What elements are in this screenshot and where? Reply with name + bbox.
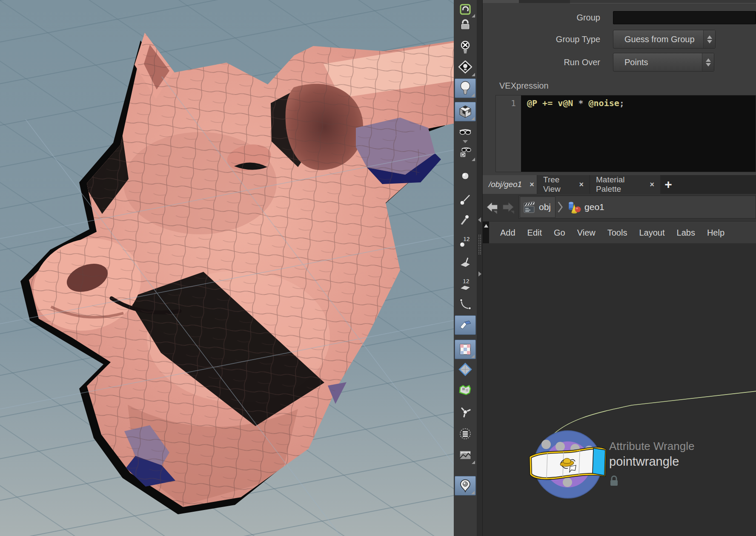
- visualizers-glasses-icon[interactable]: [455, 123, 476, 142]
- forward-icon[interactable]: [501, 200, 515, 214]
- point-trails-icon[interactable]: [455, 190, 476, 209]
- divider-drag-handle[interactable]: [478, 234, 481, 255]
- group-list-icon[interactable]: [455, 424, 476, 444]
- vexpression-label: VEXpression: [499, 81, 549, 91]
- houdini-window: 12 12 Group Group Type Guess from Group: [0, 0, 756, 536]
- path-field[interactable]: obj geo1: [518, 196, 756, 219]
- menu-add[interactable]: Add: [494, 222, 521, 244]
- code-token: ;: [619, 98, 624, 108]
- viewport-3d[interactable]: [0, 0, 454, 536]
- light-diamond-icon[interactable]: [455, 58, 476, 77]
- profiles-icon[interactable]: [455, 295, 476, 314]
- run-over-value: Points: [613, 58, 702, 67]
- node-badge-banner: [530, 448, 605, 478]
- path-bar: obj geo1: [483, 194, 756, 221]
- prim-numbers-icon[interactable]: 12: [455, 274, 476, 294]
- shaded-normals-icon[interactable]: [455, 315, 476, 335]
- new-tab-button[interactable]: +: [661, 175, 676, 194]
- editor-line-number: 1: [496, 95, 521, 172]
- collapse-left-arrow-icon[interactable]: [478, 217, 481, 222]
- point-normals-icon[interactable]: [455, 402, 476, 422]
- breadcrumb-node-label: geo1: [584, 202, 604, 212]
- tab-label: /obj/geo1: [489, 180, 522, 189]
- svg-text:12: 12: [463, 278, 470, 285]
- back-icon[interactable]: [485, 200, 499, 214]
- run-over-dropdown[interactable]: Points: [613, 53, 714, 72]
- lock-icon[interactable]: [455, 15, 476, 35]
- group-type-value: Guess from Group: [613, 35, 703, 44]
- tab-obj-geo1[interactable]: /obj/geo1 ×: [483, 175, 537, 194]
- obj-manager-icon: [523, 200, 536, 214]
- headlight-off-icon[interactable]: [455, 37, 476, 57]
- breadcrumb-geo1[interactable]: geo1: [563, 197, 609, 217]
- pane-divider[interactable]: [477, 0, 483, 536]
- pane-tab-sliver-rest: [570, 0, 756, 3]
- node-output-dot: [563, 478, 572, 487]
- svg-text:12: 12: [463, 236, 470, 242]
- display-points-icon[interactable]: [455, 167, 476, 187]
- menu-labs[interactable]: Labs: [671, 222, 701, 244]
- code-token: @P += v@N: [527, 98, 578, 108]
- tab-label: Material Palette: [596, 175, 642, 194]
- vexpression-editor[interactable]: 1 @P += v@N * @noise;: [495, 95, 756, 172]
- group-type-spinner[interactable]: [703, 30, 715, 48]
- menu-edit[interactable]: Edit: [521, 222, 548, 244]
- group-label: Group: [483, 11, 600, 24]
- view-location-pin-icon[interactable]: [455, 476, 476, 496]
- hull-diamond-icon[interactable]: [455, 360, 476, 379]
- group-type-dropdown[interactable]: Guess from Group: [613, 30, 716, 49]
- run-over-label: Run Over: [483, 56, 600, 69]
- menu-view[interactable]: View: [571, 222, 601, 244]
- node-type-label: Attribute Wrangle: [609, 440, 694, 453]
- group-type-label: Group Type: [483, 33, 600, 46]
- breadcrumb-chevron-icon: [557, 201, 563, 213]
- pointwrangle-node[interactable]: [530, 431, 618, 498]
- breadcrumb-root-label: obj: [539, 202, 551, 212]
- parameter-pane: Group Group Type Guess from Group Run Ov…: [483, 0, 756, 536]
- uv-checker-icon[interactable]: [455, 340, 476, 359]
- menu-collapse-button[interactable]: [483, 222, 489, 244]
- tab-label: Tree View: [543, 175, 571, 194]
- tab-close-icon[interactable]: ×: [579, 180, 584, 189]
- editor-code-line[interactable]: @P += v@N * @noise;: [521, 95, 756, 172]
- group-input[interactable]: [613, 11, 756, 24]
- point-numbers-icon[interactable]: 12: [455, 232, 476, 251]
- breadcrumb-obj[interactable]: obj: [520, 196, 556, 218]
- pane-tab-sliver[interactable]: [519, 0, 570, 3]
- network-editor[interactable]: Attribute Wrangle pointwrangle: [483, 243, 756, 536]
- menu-tools[interactable]: Tools: [601, 222, 633, 244]
- up-triangle-icon: [484, 224, 488, 228]
- prim-normals-icon[interactable]: [455, 252, 476, 272]
- tab-close-icon[interactable]: ×: [650, 180, 654, 189]
- network-menu-bar: Add Edit Go View Tools Layout Labs Help: [483, 221, 756, 244]
- menu-layout[interactable]: Layout: [633, 222, 670, 244]
- tab-close-icon[interactable]: ×: [530, 180, 534, 189]
- run-over-spinner[interactable]: [702, 53, 714, 71]
- code-token: *: [578, 98, 588, 108]
- collapse-right-arrow-icon[interactable]: [478, 271, 481, 277]
- pane-tab-bar: /obj/geo1 × Tree View × Material Palette…: [483, 175, 756, 194]
- node-name-label[interactable]: pointwrangle: [609, 455, 679, 469]
- headlight-icon[interactable]: [455, 78, 476, 98]
- node-lock-icon: [610, 476, 618, 486]
- snapshot-icon[interactable]: [455, 445, 476, 465]
- play-visualizers-icon[interactable]: [455, 142, 476, 162]
- display-options-toolbar: 12 12: [454, 0, 477, 536]
- network-canvas[interactable]: [483, 243, 756, 536]
- code-token: @noise: [589, 98, 619, 108]
- tab-tree-view[interactable]: Tree View ×: [537, 175, 590, 194]
- menu-go[interactable]: Go: [548, 222, 571, 244]
- point-markers-icon[interactable]: [455, 210, 476, 229]
- tab-material-palette[interactable]: Material Palette ×: [590, 175, 660, 194]
- uv-layout-icon[interactable]: [455, 380, 476, 400]
- pane-tab-sliver-active[interactable]: [483, 0, 519, 3]
- smooth-shading-cube-icon[interactable]: [455, 102, 476, 121]
- geometry-icon: [567, 200, 581, 214]
- menu-help[interactable]: Help: [701, 222, 730, 244]
